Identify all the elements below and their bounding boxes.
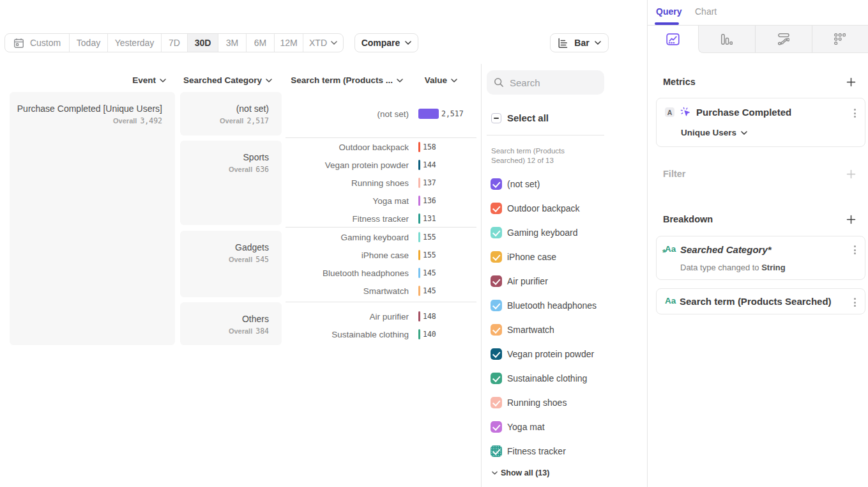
calendar-icon	[13, 38, 24, 49]
date-range-7d[interactable]: 7D	[161, 34, 187, 52]
group-divider	[286, 137, 476, 138]
flows-icon	[778, 33, 789, 45]
search-placeholder: Search	[510, 77, 540, 88]
series-checkbox[interactable]	[491, 203, 502, 214]
kebab-menu-icon[interactable]	[854, 108, 856, 119]
series-checkbox[interactable]	[491, 397, 502, 408]
legend-item[interactable]: Running shoes	[491, 397, 567, 408]
group-divider	[286, 227, 476, 228]
series-checkbox[interactable]	[491, 300, 502, 311]
tab-chart[interactable]: Chart	[695, 6, 717, 17]
date-range-yesterday[interactable]: Yesterday	[107, 34, 161, 52]
add-metric-button[interactable]	[846, 77, 856, 87]
add-breakdown-button[interactable]	[846, 214, 856, 224]
date-range-today[interactable]: Today	[69, 34, 107, 52]
term-row[interactable]: Yoga mat 136	[286, 192, 476, 210]
compare-button[interactable]: Compare	[354, 33, 418, 52]
metric-name[interactable]: Purchase Completed	[696, 107, 791, 118]
value-bar	[418, 268, 420, 278]
column-header-searched-category[interactable]: Searched Category	[183, 75, 272, 86]
legend-item[interactable]: Bluetooth headphones	[491, 300, 597, 311]
term-row[interactable]: Air purifier 148	[286, 307, 476, 325]
term-row[interactable]: Gaming keyboard 155	[286, 228, 476, 246]
legend-item[interactable]: (not set)	[491, 178, 540, 190]
column-header-event[interactable]: Event	[132, 75, 166, 86]
breakdown-card[interactable]: Aa* Searched Category* Data type changed…	[656, 236, 865, 280]
date-range-6m[interactable]: 6M	[246, 34, 274, 52]
term-row[interactable]: iPhone case 155	[286, 246, 476, 264]
series-checkbox[interactable]	[491, 421, 502, 433]
legend-item[interactable]: Fitness tracker	[491, 445, 566, 457]
event-title: Purchase Completed [Unique Users]	[16, 104, 162, 114]
series-checkbox[interactable]	[491, 373, 502, 384]
metrics-heading: Metrics	[663, 77, 696, 87]
legend-item[interactable]: Smartwatch	[491, 324, 554, 336]
event-overall-value: 3,492	[140, 116, 162, 125]
metric-mode-dropdown[interactable]: Unique Users	[681, 128, 747, 137]
tab-query[interactable]: Query	[656, 6, 681, 17]
legend-caption: Search term (Products Searched) 12 of 13	[491, 146, 609, 165]
date-range-3m[interactable]: 3M	[218, 34, 246, 52]
date-range-30d[interactable]: 30D	[187, 34, 218, 52]
select-all-row[interactable]: Select all	[491, 112, 549, 123]
chevron-down-icon	[331, 41, 337, 45]
string-property-icon: Aa	[665, 297, 676, 308]
kebab-menu-icon[interactable]	[854, 297, 856, 308]
term-row[interactable]: Outdoor backpack 158	[286, 138, 476, 156]
tab-flows[interactable]	[755, 26, 812, 52]
show-all-toggle[interactable]: Show all (13)	[492, 468, 549, 478]
kebab-menu-icon[interactable]	[854, 245, 856, 256]
value-bar	[418, 178, 420, 188]
tab-funnels[interactable]	[699, 26, 756, 52]
value-bar	[418, 213, 420, 224]
category-cell[interactable]: Sports Overall636	[180, 141, 282, 225]
legend-item[interactable]: iPhone case	[491, 251, 556, 263]
add-filter-button[interactable]	[846, 169, 856, 179]
date-range-custom[interactable]: Custom	[5, 34, 69, 52]
term-row[interactable]: Running shoes 137	[286, 174, 476, 192]
panel-divider	[647, 0, 648, 487]
series-checkbox[interactable]	[491, 348, 502, 360]
string-property-icon: Aa*	[665, 245, 676, 256]
date-range-12m[interactable]: 12M	[274, 34, 303, 52]
legend-search-input[interactable]: Search	[487, 70, 604, 95]
chevron-down-icon	[160, 79, 166, 82]
series-checkbox[interactable]	[491, 324, 502, 336]
legend-item[interactable]: Gaming keyboard	[491, 227, 578, 238]
series-checkbox[interactable]	[491, 445, 502, 457]
category-cell[interactable]: (not set) Overall2,517	[180, 92, 282, 135]
legend-item[interactable]: Yoga mat	[491, 421, 545, 433]
legend-divider	[487, 135, 604, 135]
term-row[interactable]: (not set) 2,517	[286, 105, 476, 123]
legend-item[interactable]: Air purifier	[491, 275, 548, 287]
term-row[interactable]: Smartwatch 145	[286, 282, 476, 300]
series-checkbox[interactable]	[491, 227, 502, 238]
legend-item[interactable]: Sustainable clothing	[491, 373, 587, 384]
value-bar	[418, 142, 420, 152]
value-bar	[418, 109, 439, 119]
legend-item[interactable]: Outdoor backpack	[491, 203, 580, 214]
tab-retention[interactable]	[812, 26, 868, 52]
date-range-xtd[interactable]: XTD	[303, 34, 343, 52]
series-checkbox[interactable]	[491, 251, 502, 263]
breakdown-name[interactable]: Search term (Products Searched)	[680, 296, 832, 307]
chart-type-button[interactable]: Bar	[550, 33, 609, 52]
term-row[interactable]: Fitness tracker 131	[286, 210, 476, 228]
category-cell[interactable]: Gadgets Overall545	[180, 231, 282, 297]
select-all-checkbox[interactable]	[491, 113, 501, 123]
event-cell[interactable]: Purchase Completed [Unique Users] Overal…	[10, 92, 175, 345]
search-icon	[494, 77, 504, 88]
term-row[interactable]: Bluetooth headphones 145	[286, 264, 476, 282]
term-row[interactable]: Vegan protein powder 144	[286, 156, 476, 174]
breakdown-card[interactable]: Aa Search term (Products Searched)	[656, 288, 865, 314]
series-checkbox[interactable]	[491, 275, 502, 287]
category-cell[interactable]: Others Overall384	[180, 302, 282, 345]
series-checkbox[interactable]	[491, 178, 502, 190]
breakdown-name[interactable]: Searched Category*	[680, 244, 772, 255]
column-header-value[interactable]: Value	[425, 75, 457, 86]
metric-card[interactable]: A Purchase Completed Unique Users	[656, 98, 865, 147]
term-row[interactable]: Sustainable clothing 140	[286, 325, 476, 343]
tab-insights[interactable]	[648, 26, 698, 53]
column-header-search-term[interactable]: Search term (Products ...	[291, 75, 403, 86]
legend-item[interactable]: Vegan protein powder	[491, 348, 594, 360]
